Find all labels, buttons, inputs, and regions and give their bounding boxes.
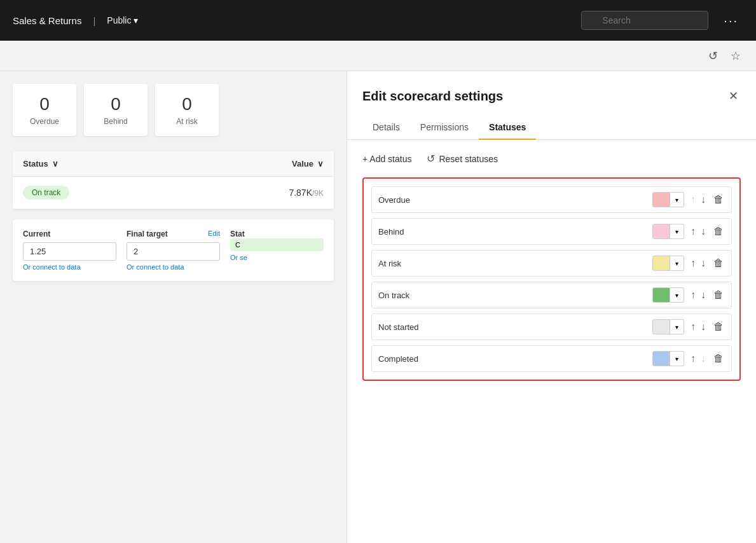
color-swatch <box>652 319 670 334</box>
color-dropdown-button[interactable]: ▾ <box>670 319 684 334</box>
summary-card: 0At risk <box>155 84 219 136</box>
status-name: Not started <box>378 322 647 332</box>
move-up-button[interactable]: ↑ <box>689 352 697 365</box>
more-options-button[interactable]: ··· <box>718 11 743 31</box>
current-label: Current <box>23 230 116 238</box>
status-row: Completed ▾ ↑ ↓ 🗑 <box>371 345 732 372</box>
top-nav: Sales & Returns | Public ▾ 🔍 ··· <box>0 0 756 41</box>
move-down-button[interactable]: ↓ <box>699 289 707 301</box>
summary-card-label: Overdue <box>28 117 61 126</box>
status-col-chevron-icon: ∨ <box>52 159 58 168</box>
current-input[interactable] <box>23 242 116 261</box>
edit-final-target-link[interactable]: Edit <box>208 230 220 237</box>
value-number: 7.87K <box>289 188 312 198</box>
status-row: At risk ▾ ↑ ↓ 🗑 <box>371 250 732 277</box>
delete-status-button[interactable]: 🗑 <box>712 352 725 366</box>
move-down-button: ↓ <box>699 352 707 365</box>
visibility-chevron-icon: ▾ <box>134 15 138 25</box>
current-field-group: Current Or connect to data <box>23 230 116 271</box>
color-dropdown-button[interactable]: ▾ <box>670 192 684 207</box>
order-buttons: ↑ ↓ <box>689 352 707 365</box>
value-column-header[interactable]: Value ∨ <box>292 159 324 168</box>
color-picker: ▾ <box>652 192 684 207</box>
close-panel-button[interactable]: ✕ <box>726 86 741 106</box>
color-picker: ▾ <box>652 351 684 366</box>
table-row: On track 7.87K/9K <box>13 177 334 209</box>
connect-status-link[interactable]: Or se <box>230 254 324 261</box>
move-up-button[interactable]: ↑ <box>689 289 697 301</box>
panel-header: Edit scorecard settings ✕ DetailsPermiss… <box>347 71 756 140</box>
color-swatch <box>652 287 670 303</box>
color-picker: ▾ <box>652 224 684 239</box>
connect-target-link[interactable]: Or connect to data <box>127 263 220 271</box>
status-name: At risk <box>378 259 647 268</box>
delete-status-button[interactable]: 🗑 <box>712 288 725 302</box>
summary-card-value: 0 <box>170 94 203 114</box>
search-input[interactable] <box>581 11 708 30</box>
order-buttons: ↑ ↓ <box>689 257 707 270</box>
status-row: Overdue ▾ ↑ ↓ 🗑 <box>371 186 732 213</box>
status-row: On track ▾ ↑ ↓ 🗑 <box>371 282 732 308</box>
color-picker: ▾ <box>652 256 684 271</box>
status-badge: On track <box>23 186 69 200</box>
panel-title: Edit scorecard settings <box>362 89 503 104</box>
summary-card: 0Behind <box>84 84 148 136</box>
move-up-button[interactable]: ↑ <box>689 257 697 270</box>
color-picker: ▾ <box>652 287 684 303</box>
reset-statuses-label: Reset statuses <box>439 154 498 164</box>
status-name: Completed <box>378 354 647 364</box>
status-column-header[interactable]: Status ∨ <box>23 159 58 168</box>
left-panel: 0Overdue0Behind0At risk Status ∨ Value ∨… <box>0 71 347 543</box>
order-buttons: ↑ ↓ <box>689 225 707 238</box>
order-buttons: ↑ ↓ <box>689 193 707 206</box>
bottom-section: Current Or connect to data Final target … <box>13 219 334 281</box>
move-up-button[interactable]: ↑ <box>689 225 697 238</box>
final-target-field-group: Final target Edit Or connect to data <box>127 230 220 271</box>
move-down-button[interactable]: ↓ <box>699 193 707 206</box>
nav-right: 🔍 ··· <box>581 11 743 31</box>
status-name: Behind <box>378 227 647 237</box>
color-dropdown-button[interactable]: ▾ <box>670 256 684 271</box>
delete-status-button[interactable]: 🗑 <box>712 193 725 207</box>
reset-statuses-button[interactable]: ↺ Reset statuses <box>427 153 498 165</box>
move-down-button[interactable]: ↓ <box>699 257 707 270</box>
delete-status-button[interactable]: 🗑 <box>712 320 725 334</box>
tab-details[interactable]: Details <box>362 116 410 140</box>
add-status-button[interactable]: + Add status <box>362 154 411 164</box>
tabs-container: DetailsPermissionsStatuses <box>362 116 741 139</box>
favorite-button[interactable]: ☆ <box>728 46 743 65</box>
panel-title-row: Edit scorecard settings ✕ <box>362 86 741 106</box>
status-field-group: Stat C Or se <box>230 230 324 271</box>
final-target-label: Final target <box>127 230 168 238</box>
move-up-button: ↑ <box>689 193 697 206</box>
move-up-button[interactable]: ↑ <box>689 320 697 333</box>
color-dropdown-button[interactable]: ▾ <box>670 224 684 239</box>
reset-icon: ↺ <box>427 153 435 165</box>
right-panel: Edit scorecard settings ✕ DetailsPermiss… <box>347 71 756 543</box>
color-dropdown-button[interactable]: ▾ <box>670 351 684 366</box>
tab-statuses[interactable]: Statuses <box>479 116 536 140</box>
color-dropdown-button[interactable]: ▾ <box>670 287 684 303</box>
connect-current-link[interactable]: Or connect to data <box>23 263 116 271</box>
status-mini-value: C <box>235 241 240 249</box>
color-picker: ▾ <box>652 319 684 334</box>
color-swatch <box>652 192 670 207</box>
main-content: 0Overdue0Behind0At risk Status ∨ Value ∨… <box>0 71 756 543</box>
delete-status-button[interactable]: 🗑 <box>712 256 725 270</box>
secondary-toolbar: ↺ ☆ <box>0 41 756 71</box>
summary-card-value: 0 <box>28 94 61 114</box>
order-buttons: ↑ ↓ <box>689 289 707 301</box>
final-target-input[interactable] <box>127 242 220 261</box>
move-down-button[interactable]: ↓ <box>699 225 707 238</box>
summary-card-value: 0 <box>99 94 132 114</box>
refresh-button[interactable]: ↺ <box>706 46 720 65</box>
delete-status-button[interactable]: 🗑 <box>712 224 725 238</box>
table-header: Status ∨ Value ∨ <box>13 151 334 177</box>
visibility-dropdown[interactable]: Public ▾ <box>107 15 138 25</box>
status-col-label: Status <box>23 159 48 168</box>
search-wrapper: 🔍 <box>581 11 708 30</box>
move-down-button[interactable]: ↓ <box>699 320 707 333</box>
summary-card-label: Behind <box>99 117 132 126</box>
tab-permissions[interactable]: Permissions <box>410 116 479 140</box>
nav-separator: | <box>93 15 95 26</box>
